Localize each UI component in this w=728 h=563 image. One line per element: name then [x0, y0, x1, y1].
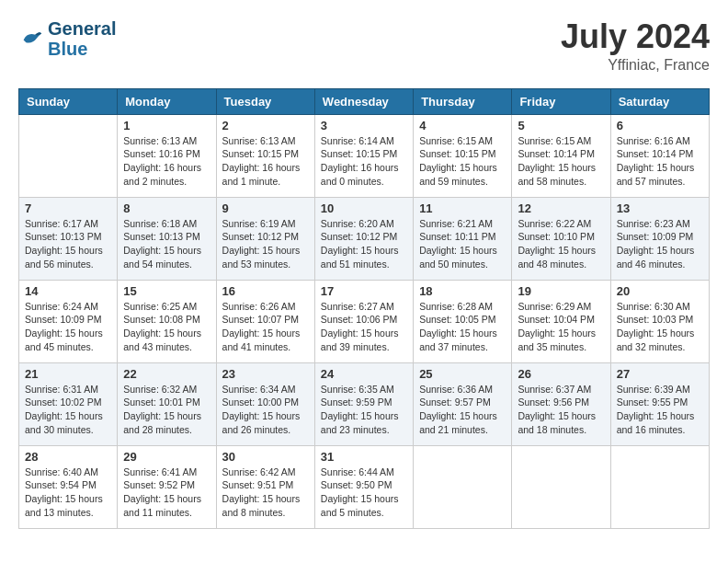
- cell-info: Sunrise: 6:36 AMSunset: 9:57 PMDaylight:…: [419, 383, 506, 437]
- cell-day-number: 14: [25, 284, 111, 298]
- calendar-cell: 18Sunrise: 6:28 AMSunset: 10:05 PMDaylig…: [414, 280, 512, 362]
- cell-info: Sunrise: 6:30 AMSunset: 10:03 PMDaylight…: [617, 300, 703, 354]
- calendar-cell: [512, 445, 610, 528]
- logo-icon: [18, 26, 44, 52]
- cell-info: Sunrise: 6:24 AMSunset: 10:09 PMDaylight…: [25, 300, 111, 354]
- calendar-cell: 1Sunrise: 6:13 AMSunset: 10:16 PMDayligh…: [118, 114, 216, 197]
- cell-info: Sunrise: 6:31 AMSunset: 10:02 PMDaylight…: [25, 383, 111, 437]
- cell-day-number: 26: [518, 367, 604, 381]
- cell-info: Sunrise: 6:13 AMSunset: 10:15 PMDaylight…: [222, 134, 309, 189]
- cell-day-number: 9: [222, 201, 309, 215]
- day-header-thursday: Thursday: [414, 88, 512, 114]
- calendar-cell: 17Sunrise: 6:27 AMSunset: 10:06 PMDaylig…: [314, 280, 413, 362]
- calendar-cell: 22Sunrise: 6:32 AMSunset: 10:01 PMDaylig…: [118, 362, 216, 445]
- cell-day-number: 7: [25, 201, 111, 215]
- cell-day-number: 5: [518, 119, 604, 132]
- cell-day-number: 1: [123, 119, 210, 132]
- logo-text: General Blue: [48, 18, 116, 59]
- cell-info: Sunrise: 6:40 AMSunset: 9:54 PMDaylight:…: [25, 465, 111, 520]
- calendar-cell: 21Sunrise: 6:31 AMSunset: 10:02 PMDaylig…: [19, 362, 118, 445]
- calendar-week-row: 1Sunrise: 6:13 AMSunset: 10:16 PMDayligh…: [19, 114, 710, 197]
- day-header-friday: Friday: [512, 88, 610, 114]
- cell-day-number: 20: [617, 284, 703, 298]
- cell-info: Sunrise: 6:22 AMSunset: 10:10 PMDaylight…: [518, 217, 604, 271]
- cell-info: Sunrise: 6:16 AMSunset: 10:14 PMDaylight…: [617, 134, 703, 189]
- cell-day-number: 23: [222, 367, 309, 381]
- cell-day-number: 28: [25, 450, 111, 464]
- cell-day-number: 24: [321, 367, 407, 381]
- calendar-cell: 31Sunrise: 6:44 AMSunset: 9:50 PMDayligh…: [314, 445, 413, 528]
- cell-day-number: 10: [321, 201, 407, 215]
- cell-info: Sunrise: 6:14 AMSunset: 10:15 PMDaylight…: [321, 134, 407, 189]
- calendar-cell: 10Sunrise: 6:20 AMSunset: 10:12 PMDaylig…: [314, 197, 413, 280]
- cell-day-number: 4: [419, 119, 506, 132]
- cell-day-number: 19: [518, 284, 604, 298]
- cell-info: Sunrise: 6:18 AMSunset: 10:13 PMDaylight…: [123, 217, 210, 271]
- calendar-cell: 8Sunrise: 6:18 AMSunset: 10:13 PMDayligh…: [118, 197, 216, 280]
- cell-info: Sunrise: 6:34 AMSunset: 10:00 PMDaylight…: [222, 383, 309, 437]
- calendar-cell: [610, 445, 709, 528]
- cell-day-number: 3: [321, 119, 407, 132]
- day-header-sunday: Sunday: [19, 88, 118, 114]
- cell-day-number: 16: [222, 284, 309, 298]
- cell-info: Sunrise: 6:15 AMSunset: 10:15 PMDaylight…: [419, 134, 506, 189]
- calendar-cell: 27Sunrise: 6:39 AMSunset: 9:55 PMDayligh…: [610, 362, 709, 445]
- cell-day-number: 31: [321, 450, 407, 464]
- cell-day-number: 25: [419, 367, 506, 381]
- cell-info: Sunrise: 6:27 AMSunset: 10:06 PMDaylight…: [321, 300, 407, 354]
- cell-info: Sunrise: 6:21 AMSunset: 10:11 PMDaylight…: [419, 217, 506, 271]
- cell-info: Sunrise: 6:39 AMSunset: 9:55 PMDaylight:…: [617, 383, 703, 437]
- cell-info: Sunrise: 6:37 AMSunset: 9:56 PMDaylight:…: [518, 383, 604, 437]
- calendar-week-row: 14Sunrise: 6:24 AMSunset: 10:09 PMDaylig…: [19, 280, 710, 362]
- cell-info: Sunrise: 6:35 AMSunset: 9:59 PMDaylight:…: [321, 383, 407, 437]
- calendar-week-row: 21Sunrise: 6:31 AMSunset: 10:02 PMDaylig…: [19, 362, 710, 445]
- calendar-week-row: 7Sunrise: 6:17 AMSunset: 10:13 PMDayligh…: [19, 197, 710, 280]
- cell-info: Sunrise: 6:32 AMSunset: 10:01 PMDaylight…: [123, 383, 210, 437]
- cell-info: Sunrise: 6:42 AMSunset: 9:51 PMDaylight:…: [222, 465, 309, 520]
- cell-info: Sunrise: 6:28 AMSunset: 10:05 PMDaylight…: [419, 300, 506, 354]
- calendar-cell: 19Sunrise: 6:29 AMSunset: 10:04 PMDaylig…: [512, 280, 610, 362]
- calendar-cell: 25Sunrise: 6:36 AMSunset: 9:57 PMDayligh…: [414, 362, 512, 445]
- cell-info: Sunrise: 6:13 AMSunset: 10:16 PMDaylight…: [123, 134, 210, 189]
- cell-day-number: 13: [617, 201, 703, 215]
- cell-info: Sunrise: 6:17 AMSunset: 10:13 PMDaylight…: [25, 217, 111, 271]
- cell-info: Sunrise: 6:44 AMSunset: 9:50 PMDaylight:…: [321, 465, 407, 520]
- cell-info: Sunrise: 6:15 AMSunset: 10:14 PMDaylight…: [518, 134, 604, 189]
- calendar-cell: 30Sunrise: 6:42 AMSunset: 9:51 PMDayligh…: [216, 445, 314, 528]
- calendar-cell: 23Sunrise: 6:34 AMSunset: 10:00 PMDaylig…: [216, 362, 314, 445]
- cell-day-number: 11: [419, 201, 506, 215]
- calendar-cell: 29Sunrise: 6:41 AMSunset: 9:52 PMDayligh…: [118, 445, 216, 528]
- cell-day-number: 22: [123, 367, 210, 381]
- cell-info: Sunrise: 6:25 AMSunset: 10:08 PMDaylight…: [123, 300, 210, 354]
- cell-info: Sunrise: 6:41 AMSunset: 9:52 PMDaylight:…: [123, 465, 210, 520]
- day-header-tuesday: Tuesday: [216, 88, 314, 114]
- day-header-saturday: Saturday: [610, 88, 709, 114]
- title-block: July 2024 Yffiniac, France: [561, 18, 710, 74]
- calendar-cell: 5Sunrise: 6:15 AMSunset: 10:14 PMDayligh…: [512, 114, 610, 197]
- day-header-monday: Monday: [118, 88, 216, 114]
- cell-day-number: 30: [222, 450, 309, 464]
- calendar-week-row: 28Sunrise: 6:40 AMSunset: 9:54 PMDayligh…: [19, 445, 710, 528]
- cell-info: Sunrise: 6:23 AMSunset: 10:09 PMDaylight…: [617, 217, 703, 271]
- month-year: July 2024: [561, 18, 710, 55]
- calendar-cell: 2Sunrise: 6:13 AMSunset: 10:15 PMDayligh…: [216, 114, 314, 197]
- calendar-table: SundayMondayTuesdayWednesdayThursdayFrid…: [18, 88, 710, 529]
- cell-day-number: 12: [518, 201, 604, 215]
- cell-day-number: 17: [321, 284, 407, 298]
- cell-day-number: 2: [222, 119, 309, 132]
- page-header: General Blue July 2024 Yffiniac, France: [18, 18, 710, 74]
- cell-day-number: 29: [123, 450, 210, 464]
- cell-info: Sunrise: 6:26 AMSunset: 10:07 PMDaylight…: [222, 300, 309, 354]
- calendar-cell: [414, 445, 512, 528]
- calendar-cell: [19, 114, 118, 197]
- logo: General Blue: [18, 18, 116, 59]
- cell-info: Sunrise: 6:20 AMSunset: 10:12 PMDaylight…: [321, 217, 407, 271]
- cell-day-number: 21: [25, 367, 111, 381]
- cell-info: Sunrise: 6:19 AMSunset: 10:12 PMDaylight…: [222, 217, 309, 271]
- calendar-cell: 12Sunrise: 6:22 AMSunset: 10:10 PMDaylig…: [512, 197, 610, 280]
- cell-info: Sunrise: 6:29 AMSunset: 10:04 PMDaylight…: [518, 300, 604, 354]
- calendar-header-row: SundayMondayTuesdayWednesdayThursdayFrid…: [19, 88, 710, 114]
- cell-day-number: 18: [419, 284, 506, 298]
- calendar-cell: 26Sunrise: 6:37 AMSunset: 9:56 PMDayligh…: [512, 362, 610, 445]
- calendar-cell: 4Sunrise: 6:15 AMSunset: 10:15 PMDayligh…: [414, 114, 512, 197]
